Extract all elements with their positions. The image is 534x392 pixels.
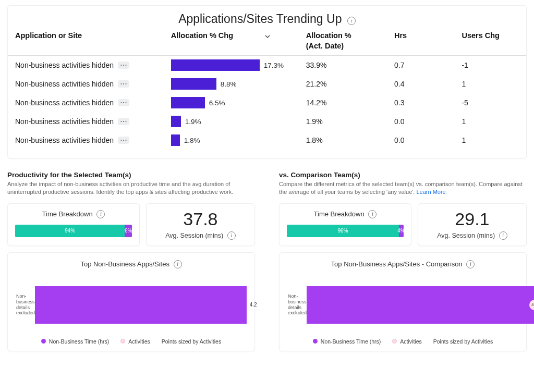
col-header-chg[interactable]: Allocation % Chg xyxy=(171,31,306,40)
svg-point-9 xyxy=(121,121,122,122)
top-apps-chart: Non-business details excluded 4.2 xyxy=(16,281,246,329)
comparison-title: vs. Comparison Team(s) xyxy=(279,171,527,179)
avg-session-value-cmp: 29.1 xyxy=(426,209,519,229)
col-header-app[interactable]: Application or Site xyxy=(15,31,171,40)
table-row: Non-business activities hidden1.9%1.9%0.… xyxy=(8,112,526,131)
top-apps-row-label: Non-business details excluded xyxy=(16,293,35,316)
row-hrs-cell: 0.0 xyxy=(394,117,462,126)
comparison-header: vs. Comparison Team(s) Compare the diffe… xyxy=(279,171,527,196)
breakdown-nonbiz-seg-cmp: 4% xyxy=(399,225,404,237)
more-icon[interactable] xyxy=(118,62,129,69)
time-breakdown-bar-cmp: 96% 4% xyxy=(287,225,404,237)
avg-session-label-cmp: Avg. Session (mins) i xyxy=(426,231,519,240)
legend-sized-text: Points sized by Activities xyxy=(162,338,221,345)
avg-session-label-text: Avg. Session (mins) xyxy=(165,232,223,239)
breakdown-productive-seg: 94% xyxy=(15,225,125,237)
row-alloc-cell: 33.9% xyxy=(306,61,394,69)
svg-point-6 xyxy=(121,102,122,103)
svg-point-7 xyxy=(123,102,124,103)
more-icon[interactable] xyxy=(118,137,129,144)
col-header-alloc-sub: (Act. Date) xyxy=(306,42,394,50)
svg-point-3 xyxy=(121,83,122,84)
row-hrs-cell: 0.4 xyxy=(394,80,462,88)
info-icon[interactable]: i xyxy=(466,260,475,268)
learn-more-link[interactable]: Learn More xyxy=(416,189,445,195)
row-app-cell: Non-business activities hidden xyxy=(15,80,171,88)
breakdown-nonbiz-seg: 6% xyxy=(125,225,131,237)
avg-session-card-cmp: 29.1 Avg. Session (mins) i xyxy=(418,203,527,246)
row-chg-bar xyxy=(171,97,205,108)
col-header-chg-text: Allocation % Chg xyxy=(171,31,233,40)
top-apps-value: 4.2 xyxy=(250,302,257,308)
time-breakdown-card-cmp: Time Breakdown i 96% 4% xyxy=(279,203,411,246)
svg-point-8 xyxy=(126,102,127,103)
productivity-column: Productivity for the Selected Team(s) An… xyxy=(7,171,255,351)
top-apps-row-label-cmp: Non-business details excluded xyxy=(288,293,307,316)
dot-pink-icon xyxy=(392,339,397,344)
legend-time-cmp: Non-Business Time (hrs) xyxy=(313,338,381,345)
row-app-cell: Non-business activities hidden xyxy=(15,99,171,107)
row-hrs-cell: 0.3 xyxy=(394,99,462,107)
row-chg-bar xyxy=(171,134,180,146)
more-icon[interactable] xyxy=(118,99,129,106)
legend-activities-cmp: Activities xyxy=(392,338,421,345)
row-chg-value: 1.8% xyxy=(184,137,200,144)
info-icon[interactable]: i xyxy=(347,17,356,25)
comparison-desc-text: Compare the different metrics of the sel… xyxy=(279,181,523,195)
row-chg-value: 8.8% xyxy=(221,80,237,88)
legend-activities: Activities xyxy=(120,338,150,345)
time-breakdown-title-cmp: Time Breakdown i xyxy=(287,210,404,218)
col-header-alloc[interactable]: Allocation % (Act. Date) xyxy=(306,31,394,50)
row-chg-cell: 8.8% xyxy=(171,78,306,90)
row-hrs-cell: 0.7 xyxy=(394,61,462,69)
top-apps-bubble: 4.3 xyxy=(529,300,534,310)
row-app-label: Non-business activities hidden xyxy=(15,61,114,69)
col-header-users[interactable]: Users Chg xyxy=(462,31,519,40)
row-alloc-cell: 14.2% xyxy=(306,99,394,107)
svg-point-10 xyxy=(123,121,124,122)
row-chg-value: 6.5% xyxy=(209,99,225,107)
info-icon[interactable]: i xyxy=(227,231,236,240)
svg-point-12 xyxy=(121,140,122,141)
info-icon[interactable]: i xyxy=(368,210,377,218)
top-apps-legend-cmp: Non-Business Time (hrs) Activities Point… xyxy=(288,338,518,345)
avg-session-card: 37.8 Avg. Session (mins) i xyxy=(146,203,255,246)
more-icon[interactable] xyxy=(118,80,129,88)
row-app-label: Non-business activities hidden xyxy=(15,80,114,88)
productivity-row1: Time Breakdown i 94% 6% 37.8 Avg. Sessio… xyxy=(7,203,255,246)
legend-sized: Points sized by Activities xyxy=(162,338,221,345)
top-apps-chart-cmp: Non-business details excluded 4.3 xyxy=(288,281,518,329)
row-users-cell: 1 xyxy=(462,117,519,126)
svg-point-11 xyxy=(126,121,127,122)
col-header-hrs[interactable]: Hrs xyxy=(394,31,462,40)
row-chg-bar xyxy=(171,78,216,90)
row-users-cell: -1 xyxy=(462,61,519,69)
info-icon[interactable]: i xyxy=(96,210,105,218)
trending-title: Applications/Sites Trending Up i xyxy=(8,9,526,31)
row-chg-value: 1.9% xyxy=(185,118,201,126)
avg-session-label: Avg. Session (mins) i xyxy=(154,231,247,240)
time-breakdown-title-text-cmp: Time Breakdown xyxy=(314,210,365,218)
row-chg-bar xyxy=(171,116,181,127)
svg-point-13 xyxy=(123,140,124,141)
info-icon[interactable]: i xyxy=(174,260,182,268)
info-icon[interactable]: i xyxy=(499,231,507,240)
row-users-cell: -5 xyxy=(462,99,519,107)
row-app-label: Non-business activities hidden xyxy=(15,136,114,144)
svg-point-14 xyxy=(126,140,127,141)
chevron-down-icon[interactable] xyxy=(264,33,271,41)
row-app-label: Non-business activities hidden xyxy=(15,117,114,126)
row-chg-cell: 1.9% xyxy=(171,116,306,127)
table-row: Non-business activities hidden8.8%21.2%0… xyxy=(8,75,526,93)
more-icon[interactable] xyxy=(118,118,129,125)
legend-sized-cmp: Points sized by Activities xyxy=(433,338,493,345)
row-alloc-cell: 21.2% xyxy=(306,80,394,88)
dot-pink-icon xyxy=(120,339,125,344)
top-apps-bar-cmp: 4.3 xyxy=(307,286,534,324)
svg-point-5 xyxy=(126,83,127,84)
dot-purple-icon xyxy=(41,339,46,344)
row-app-label: Non-business activities hidden xyxy=(15,99,114,107)
table-row: Non-business activities hidden1.8%1.8%0.… xyxy=(8,131,526,150)
breakdown-productive-seg-cmp: 96% xyxy=(287,225,399,237)
time-breakdown-bar: 94% 6% xyxy=(15,225,132,237)
